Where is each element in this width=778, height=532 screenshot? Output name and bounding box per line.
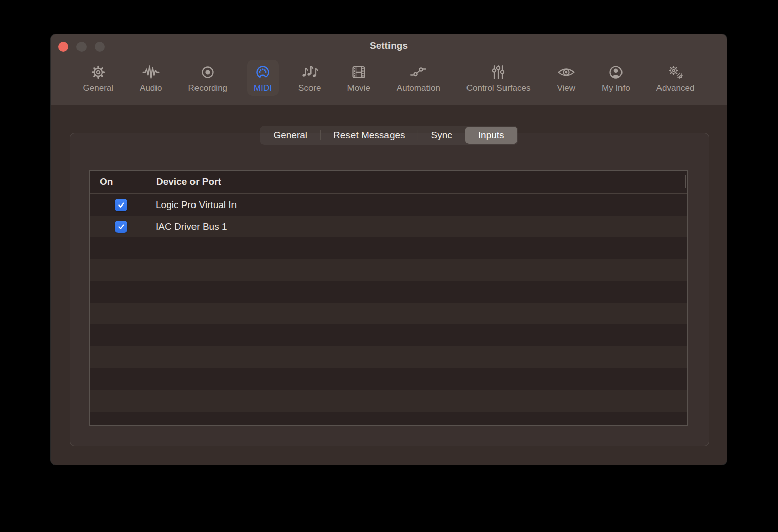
tab-general[interactable]: General [260, 127, 320, 144]
eye-icon [557, 63, 575, 81]
toolbar-item-audio[interactable]: Audio [133, 60, 168, 96]
settings-window: Settings General Audio Recording MIDI Sc… [51, 34, 727, 465]
automation-icon [409, 63, 427, 81]
titlebar: Settings General Audio Recording MIDI Sc… [51, 34, 727, 105]
toolbar-item-recording[interactable]: Recording [182, 60, 235, 96]
on-checkbox[interactable] [115, 221, 127, 233]
toolbar-item-movie[interactable]: Movie [340, 60, 376, 96]
tab-sync[interactable]: Sync [418, 127, 465, 144]
column-header-device-or-port: Device or Port [156, 176, 221, 187]
table-row-empty [90, 259, 687, 281]
midi-icon [254, 63, 272, 81]
table-row-empty [90, 346, 687, 368]
midi-tab-bar: GeneralReset MessagesSyncInputs [259, 126, 518, 145]
toolbar-item-general[interactable]: General [76, 60, 120, 96]
record-icon [199, 63, 217, 81]
table-row-empty [90, 281, 687, 303]
window-title: Settings [51, 40, 727, 51]
sliders-icon [489, 63, 508, 81]
table-body: Logic Pro Virtual In IAC Driver Bus 1 [90, 194, 687, 425]
table-row-empty [90, 324, 687, 346]
table-row-empty [90, 368, 687, 390]
toolbar: General Audio Recording MIDI Score Movie… [51, 60, 727, 96]
gear-icon [89, 63, 107, 81]
column-separator [149, 175, 149, 188]
table-row[interactable]: Logic Pro Virtual In [90, 194, 687, 216]
notes-icon [300, 63, 319, 81]
column-separator [685, 175, 686, 188]
desktop: { "window_title": "Settings", "toolbar":… [0, 0, 778, 532]
device-name: Logic Pro Virtual In [155, 199, 237, 211]
checkmark-icon [116, 200, 126, 210]
table-row-empty [90, 237, 687, 259]
tab-reset-messages[interactable]: Reset Messages [321, 127, 418, 144]
person-icon [607, 63, 625, 81]
toolbar-item-advanced[interactable]: Advanced [650, 60, 702, 96]
tab-inputs[interactable]: Inputs [465, 127, 517, 144]
device-name: IAC Driver Bus 1 [155, 221, 227, 232]
checkmark-icon [116, 222, 126, 231]
table-row-empty [90, 390, 687, 412]
film-icon [349, 63, 368, 81]
waveform-icon [142, 63, 160, 81]
table-row-empty [90, 303, 687, 324]
table-row[interactable]: IAC Driver Bus 1 [90, 216, 687, 237]
toolbar-item-view[interactable]: View [550, 60, 582, 96]
table-header: On Device or Port [90, 171, 687, 194]
gears-icon [667, 63, 685, 81]
on-checkbox[interactable] [115, 199, 127, 211]
toolbar-item-my-info[interactable]: My Info [595, 60, 637, 96]
toolbar-item-control-surfaces[interactable]: Control Surfaces [460, 60, 537, 96]
table-row-empty [90, 412, 687, 425]
toolbar-item-automation[interactable]: Automation [390, 60, 447, 96]
midi-inputs-table: On Device or Port Logic Pro Virtual In I… [89, 170, 688, 426]
column-header-on: On [100, 176, 113, 187]
toolbar-item-midi[interactable]: MIDI [247, 60, 279, 96]
toolbar-item-score[interactable]: Score [292, 60, 327, 96]
